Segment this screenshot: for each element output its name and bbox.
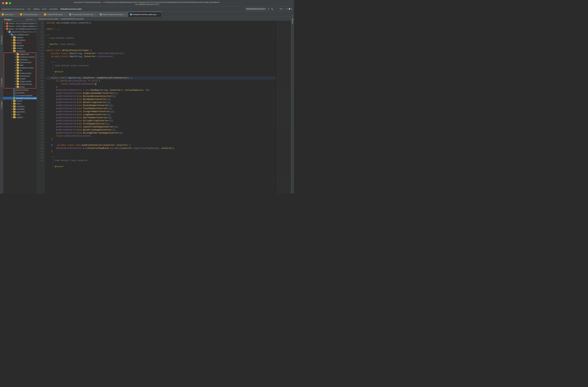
more-button[interactable]: ⋯ <box>275 8 277 10</box>
code-line: putWriteConverter(new DoubleNumberConver… <box>46 104 276 107</box>
interface-icon <box>69 13 71 16</box>
tree-item-logback-classic[interactable]: ▶ Maven: ch.qos.logback:logback-classic:… <box>3 22 37 25</box>
interface-icon <box>100 13 102 16</box>
tree-item-byteconverter[interactable]: ▶ byteconverter <box>4 61 36 64</box>
titlebar: easy-java [~/Projects/easy-java] – ~/.m2… <box>0 0 294 6</box>
folder-icon <box>17 53 19 55</box>
tab-datestring[interactable]: DateStringConverter.java ✕ <box>98 12 128 17</box>
code-line: return defaultWriteConverter; <box>46 135 276 137</box>
tree-item-annotation[interactable]: ▶ annotation <box>3 39 37 42</box>
bc-excel[interactable]: excel <box>42 8 46 10</box>
code-line: putWriteConverter(new FileImageConverter… <box>46 122 276 125</box>
folder-icon <box>13 114 16 115</box>
tree-item-read[interactable]: ▶ read <box>3 113 37 116</box>
tree-item-context[interactable]: ▶ context <box>3 47 37 50</box>
bc-loader[interactable]: DefaultConverterLoader <box>61 8 82 10</box>
tree-item-constant[interactable]: ▶ constant <box>3 44 37 47</box>
tab-action[interactable]: action.java ✕ <box>0 12 18 17</box>
tab-timestamp[interactable]: TimestampConverter.java ✕ <box>67 12 98 17</box>
locate-file-icon[interactable]: ⊕ <box>26 18 28 21</box>
tabs-overflow[interactable]: m <box>291 15 294 17</box>
tree-item-shortconverter[interactable]: ▶ shortconverter <box>4 83 36 86</box>
bc-alibaba[interactable]: alibaba <box>33 8 39 10</box>
tab-close[interactable]: ✕ <box>39 13 41 15</box>
tab-classpath[interactable]: ClassPathTest.java ✕ <box>42 12 67 17</box>
sidebar-header: Project ▾ ⊕ ⊟ ⚙ — <box>3 17 37 22</box>
code-line: */ <box>46 46 276 49</box>
tree-item-logback-core[interactable]: ▶ Maven: ch.qos.logback:logback-core:1.2… <box>3 25 37 27</box>
run-button[interactable]: ▶ <box>268 8 270 10</box>
settings-icon[interactable]: ⚙ <box>31 18 33 21</box>
breadcrumb-bar: easyexcel-2.0.5-sources.jar › com › alib… <box>0 6 294 12</box>
tree-item-parameter[interactable]: ▶ parameter <box>3 111 37 113</box>
minimize-button[interactable] <box>5 2 8 4</box>
tab-filecopy[interactable]: FileCopyTest.java ✕ <box>18 12 42 17</box>
tab-close[interactable]: ✕ <box>95 13 96 15</box>
bc-jar[interactable]: easyexcel-2.0.5-sources.jar <box>2 8 25 10</box>
tree-item-bigdecimal[interactable]: ▶ bigdecimal <box>4 53 36 56</box>
code-line: @ private static void putWriteConverter(… <box>46 144 276 147</box>
run-config[interactable]: FileTypeUtilsTest.isXml ▾ <box>245 8 266 10</box>
folder-icon <box>13 108 16 110</box>
tree-item-string[interactable]: ▶ string <box>4 86 36 88</box>
close-button[interactable] <box>2 2 4 4</box>
code-line: if (defaultWriteConverter != null) { <box>46 80 276 83</box>
tree-item-inputstream[interactable]: ▶ inputstream <box>4 75 36 77</box>
tree-item-converterkeybuild[interactable]: I ConverterKeyBuild <box>3 94 37 97</box>
code-line: /** <box>46 61 276 64</box>
tree-item-integer[interactable]: ▶ integer <box>4 77 36 80</box>
code-editor[interactable]: package com.alibaba.excel.converters; im… <box>45 21 277 193</box>
tree-item-longconverter[interactable]: ▶ longconverter <box>4 80 36 83</box>
tree-item-easyexcel-maven[interactable]: ▼ Maven: com.alibaba:easyexcel:2.0.5 <box>3 27 37 30</box>
maven-panel-toggle[interactable]: Maven <box>291 17 294 193</box>
breadcrumb-method[interactable]: loadDefaultWriteConverter() <box>61 18 84 20</box>
tab-close[interactable]: ✕ <box>125 13 126 15</box>
code-line: */ <box>46 73 276 76</box>
tree-item-booleanconverter[interactable]: ▶ booleanconverter <box>4 56 36 58</box>
java-icon <box>20 13 22 16</box>
code-line: * Load default handler <box>46 37 276 40</box>
favorites-panel-toggle[interactable]: Z: Favorites <box>0 76 3 88</box>
tree-item-bytearray[interactable]: ▶ bytearray <box>4 58 36 61</box>
class-icon: C <box>13 97 15 99</box>
bc-converters[interactable]: converters <box>49 8 58 10</box>
tree-item-enums[interactable]: ▶ enums <box>3 100 37 102</box>
debug-button[interactable]: 🐛 <box>271 8 274 10</box>
tree-item-jar[interactable]: ▼ J easyexcel-2.0.5.jar library root <box>3 30 37 33</box>
tree-item-event[interactable]: ▶ event <box>3 102 37 105</box>
code-line: * @return <box>46 165 276 168</box>
tree-item-support[interactable]: ▶ support <box>3 116 37 119</box>
tree-item-floatconverter[interactable]: ▶ floatconverter <box>4 72 36 75</box>
folder-icon <box>13 39 16 41</box>
git-status: Git: ✓ ✓ ↺ 🔲 ⊡ <box>280 8 292 10</box>
code-line <box>46 24 276 27</box>
tab-close[interactable]: ✕ <box>64 13 66 15</box>
tree-item-package[interactable]: ▼ com.alibaba.excel <box>3 33 37 36</box>
structure-panel-toggle[interactable]: Z: Structure <box>0 34 3 46</box>
bc-com[interactable]: com <box>27 8 31 10</box>
code-line: putWriteConverter(new ByteArrayImageConv… <box>46 128 276 132</box>
sidebar-title: Project <box>4 18 11 21</box>
tree-item-defaultconverterloader[interactable]: C DefaultConverterLoader <box>3 97 37 100</box>
tree-item-date[interactable]: ▶ date <box>4 64 36 67</box>
code-line: putWriteConverter(new IntegerNumberConve… <box>46 110 276 113</box>
tree-item-converter[interactable]: I Converter <box>3 91 37 94</box>
tree-item-exception[interactable]: ▶ exception <box>3 105 37 108</box>
tree-item-converters[interactable]: ▼ converters <box>3 50 37 52</box>
tree-item-cache[interactable]: ▶ cache <box>3 42 37 44</box>
tree-item-autoconverter[interactable]: I AutoConverter <box>3 89 37 91</box>
collapse-icon[interactable]: ⊟ <box>29 18 30 21</box>
tab-close[interactable]: ✕ <box>158 14 160 16</box>
maximize-button[interactable] <box>9 2 11 4</box>
tree-item-metadata[interactable]: ▶ metadata <box>3 108 37 111</box>
close-sidebar-icon[interactable]: — <box>34 18 36 21</box>
minimap <box>277 21 291 193</box>
tree-item-file[interactable]: ▶ file <box>4 69 36 72</box>
tree-item-doubleconverter[interactable]: ▶ doubleconverter <box>4 67 36 69</box>
tree-item-analysis[interactable]: ▶ analysis <box>3 36 37 39</box>
full-layout: 1: Project Project ▾ ⊕ ⊟ ⚙ — ▶ Maven: ch… <box>0 17 294 193</box>
breadcrumb-loader[interactable]: DefaultConverterLoader <box>39 18 59 20</box>
tab-close-action[interactable]: ✕ <box>15 13 17 15</box>
window-title: easy-java [~/Projects/easy-java] – ~/.m2… <box>74 1 220 5</box>
tab-defaultloader[interactable]: DefaultConverterLoader.java ✕ <box>128 12 161 17</box>
